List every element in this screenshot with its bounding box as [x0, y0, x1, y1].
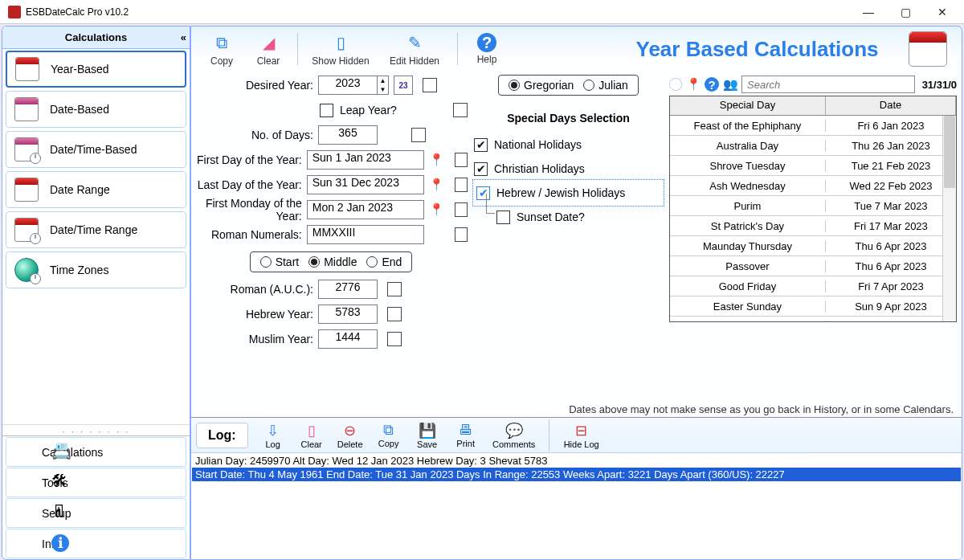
- sidebar-item-time-zones[interactable]: Time Zones: [6, 251, 186, 288]
- bottom-nav-info[interactable]: Info: [6, 529, 186, 558]
- calendar-picker-button[interactable]: 23: [394, 76, 413, 95]
- sidebar-collapse-icon[interactable]: «: [181, 31, 183, 43]
- close-button[interactable]: ✕: [924, 0, 961, 24]
- muslim-year-value[interactable]: 1444: [318, 329, 378, 349]
- lock-checkbox[interactable]: [455, 178, 468, 192]
- lock-checkbox[interactable]: [411, 128, 426, 142]
- log-log-button[interactable]: ⇩Log: [255, 422, 292, 449]
- sidebar-item-datetime-based[interactable]: Date/Time-Based: [6, 131, 186, 168]
- log-copy-button[interactable]: ⧉Copy: [370, 422, 407, 448]
- national-holidays-checkbox[interactable]: ✔: [474, 138, 488, 152]
- table-row[interactable]: ANZAC DayTue 25 Apr 2023: [670, 317, 956, 321]
- eraser-icon: ◢: [257, 31, 280, 54]
- sidebar-item-label: Date Range: [50, 183, 110, 196]
- log-hide-button[interactable]: ⊟Hide Log: [556, 422, 607, 449]
- sidebar-item-year-based[interactable]: Year-Based: [6, 51, 186, 88]
- save-icon: 💾: [409, 422, 446, 439]
- special-days-grid: Special Day Date Feast of the EphiphanyF…: [669, 96, 957, 322]
- pin-icon[interactable]: 📍: [429, 151, 445, 169]
- sidebar-item-datetime-range[interactable]: Date/Time Range: [6, 211, 186, 248]
- roman-auc-value[interactable]: 2776: [318, 280, 378, 299]
- radio-gregorian[interactable]: Gregorian: [509, 79, 574, 92]
- roman-numerals-label: Roman Numerals:: [194, 228, 302, 241]
- lock-checkbox[interactable]: [387, 307, 402, 321]
- lock-checkbox[interactable]: [455, 227, 468, 242]
- sidebar: Calculations « Year-Based Date-Based Dat…: [2, 26, 190, 560]
- log-print-button[interactable]: 🖶Print: [447, 422, 484, 448]
- special-day-cell: Feast of the Ephiphany: [670, 120, 826, 132]
- no-of-days-value[interactable]: 365: [318, 125, 378, 145]
- table-row[interactable]: Australia DayThu 26 Jan 2023: [670, 136, 956, 156]
- radio-start[interactable]: Start: [260, 255, 300, 268]
- desired-year-input[interactable]: 2023: [318, 76, 378, 95]
- bottom-nav-calculations[interactable]: Calculations: [6, 437, 186, 467]
- pin-icon[interactable]: 📍: [429, 201, 445, 219]
- log-delete-button[interactable]: ⊖Delete: [332, 422, 369, 449]
- table-row[interactable]: Ash WednesdayWed 22 Feb 2023: [670, 176, 956, 196]
- binoculars-icon[interactable]: 👥: [723, 77, 737, 92]
- table-row[interactable]: Shrove TuesdayTue 21 Feb 2023: [670, 156, 956, 176]
- search-input[interactable]: [741, 76, 915, 93]
- grid-scrollbar[interactable]: [942, 116, 956, 321]
- toolbar-clear-button[interactable]: ◢Clear: [246, 31, 291, 67]
- hebrew-year-value[interactable]: 5783: [318, 305, 378, 324]
- table-row[interactable]: PassoverThu 6 Apr 2023: [670, 256, 956, 276]
- sunset-date-checkbox[interactable]: [496, 211, 510, 224]
- lock-checkbox[interactable]: [455, 153, 468, 167]
- lock-checkbox[interactable]: [453, 103, 468, 117]
- lock-checkbox[interactable]: [387, 332, 402, 346]
- log-line-selected[interactable]: Start Date: Thu 4 May 1961 End Date: Tue…: [192, 468, 961, 481]
- table-row[interactable]: Feast of the EphiphanyFri 6 Jan 2023: [670, 116, 956, 136]
- col-date[interactable]: Date: [826, 96, 956, 115]
- info-icon: [53, 534, 72, 554]
- log-save-button[interactable]: 💾Save: [409, 422, 446, 449]
- minimize-button[interactable]: —: [850, 0, 887, 24]
- last-day-value[interactable]: Sun 31 Dec 2023: [307, 175, 424, 194]
- log-clear-button[interactable]: ▯Clear: [293, 422, 330, 449]
- leap-year-checkbox[interactable]: [320, 104, 333, 117]
- table-row[interactable]: PurimTue 7 Mar 2023: [670, 196, 956, 216]
- toolbar-label: Show Hidden: [312, 55, 369, 67]
- table-row[interactable]: Easter SundaySun 9 Apr 2023: [670, 296, 956, 317]
- sidebar-item-date-based[interactable]: Date-Based: [6, 91, 186, 128]
- radio-julian[interactable]: Julian: [583, 79, 628, 92]
- toolbar-edit-hidden-button[interactable]: ✎Edit Hidden: [378, 31, 451, 67]
- table-row[interactable]: St Patrick's DayFri 17 Mar 2023: [670, 216, 956, 236]
- radio-end[interactable]: End: [366, 255, 402, 268]
- hebrew-holidays-row: ✔Hebrew / Jewish Holidays: [474, 181, 663, 205]
- bottom-nav-setup[interactable]: Setup: [6, 498, 186, 528]
- bottom-nav-tools[interactable]: Tools: [6, 468, 186, 497]
- spinner[interactable]: ▲▼: [378, 76, 389, 95]
- pin-back-icon[interactable]: 📍: [686, 77, 701, 92]
- calendar-icon: [14, 178, 39, 202]
- start-middle-end-group: Start Middle End: [250, 251, 413, 272]
- col-special-day[interactable]: Special Day: [670, 96, 826, 115]
- date-cell: Tue 21 Feb 2023: [826, 160, 956, 172]
- table-row[interactable]: Good FridayFri 7 Apr 2023: [670, 276, 956, 296]
- lock-checkbox[interactable]: [423, 78, 437, 92]
- sidebar-item-date-range[interactable]: Date Range: [6, 171, 186, 208]
- first-day-value[interactable]: Sun 1 Jan 2023: [307, 150, 424, 170]
- grid-header[interactable]: Special Day Date: [670, 96, 956, 116]
- date-cell: Tue 25 Apr 2023: [826, 321, 956, 322]
- log-body[interactable]: Julian Day: 2459970 Alt Day: Wed 12 Jan …: [191, 453, 962, 559]
- christian-holidays-checkbox[interactable]: ✔: [474, 162, 488, 176]
- lock-checkbox[interactable]: [455, 202, 468, 217]
- radio-middle[interactable]: Middle: [308, 255, 357, 268]
- toolbar-help-button[interactable]: ?Help: [464, 33, 509, 65]
- sidebar-heading-bar: Calculations «: [2, 27, 190, 49]
- toolbar-show-hidden-button[interactable]: ▯Show Hidden: [304, 31, 377, 67]
- roman-numerals-value[interactable]: MMXXIII: [307, 225, 424, 244]
- table-row[interactable]: Maunday ThursdayThu 6 Apr 2023: [670, 236, 956, 256]
- toolbar-copy-button[interactable]: ⧉Copy: [199, 31, 244, 67]
- first-monday-value[interactable]: Mon 2 Jan 2023: [307, 200, 424, 219]
- hebrew-year-label: Hebrew Year:: [194, 308, 313, 321]
- lock-checkbox[interactable]: [387, 282, 402, 296]
- pin-icon[interactable]: 📍: [429, 176, 445, 194]
- log-line[interactable]: Julian Day: 2459970 Alt Day: Wed 12 Jan …: [192, 454, 961, 468]
- help-icon[interactable]: ?: [705, 77, 719, 92]
- maximize-button[interactable]: ▢: [887, 0, 924, 24]
- log-comments-button[interactable]: 💬Comments: [486, 422, 542, 449]
- sidebar-grip[interactable]: · · · · · · · ·: [2, 424, 190, 435]
- filter-icon[interactable]: [669, 78, 682, 91]
